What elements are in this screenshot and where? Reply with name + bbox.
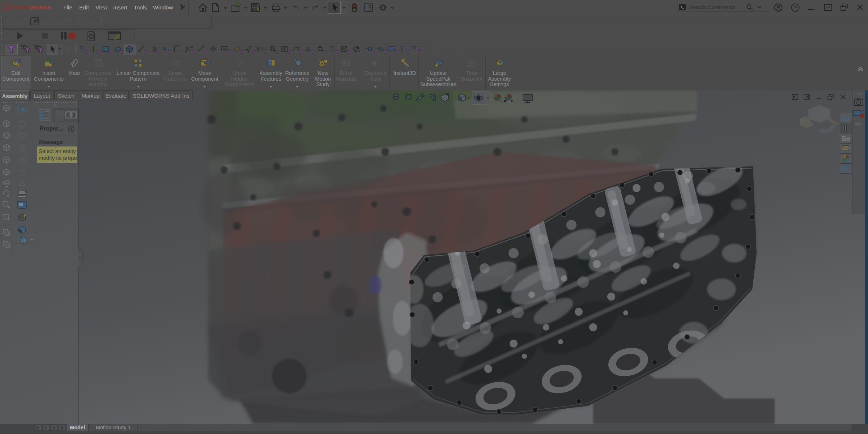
svg-text:A: A xyxy=(33,19,37,24)
svg-text:A: A xyxy=(21,19,24,24)
svg-text:?: ? xyxy=(794,5,797,10)
svg-text:0.3: 0.3 xyxy=(258,47,263,51)
svg-text:A: A xyxy=(342,47,345,51)
svg-text:A: A xyxy=(55,19,59,24)
svg-text:!: ! xyxy=(258,9,259,11)
svg-text:!: ! xyxy=(435,64,437,67)
svg-text:A: A xyxy=(283,47,286,51)
svg-text:A: A xyxy=(44,19,48,24)
svg-text:A: A xyxy=(77,19,80,24)
svg-text:A: A xyxy=(9,19,13,24)
svg-text:A: A xyxy=(89,19,92,24)
svg-text:?: ? xyxy=(70,127,72,132)
svg-text:A: A xyxy=(66,19,69,24)
svg-text:3D: 3D xyxy=(20,107,27,112)
svg-text:N: N xyxy=(271,47,274,51)
svg-text:SOLIDWORKS: SOLIDWORKS xyxy=(13,4,51,10)
